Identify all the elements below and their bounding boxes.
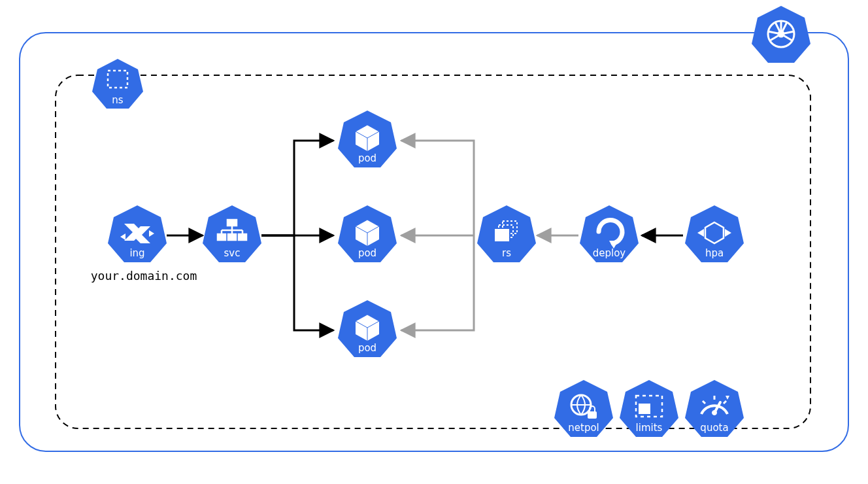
- node-pod-2: pod: [338, 205, 397, 262]
- svg-rect-15: [239, 234, 246, 240]
- kubernetes-logo: [752, 6, 810, 63]
- node-rs: rs: [477, 205, 536, 262]
- pod1-label: pod: [358, 152, 376, 164]
- pod3-label: pod: [358, 342, 376, 354]
- svg-rect-14: [228, 234, 236, 240]
- svg-rect-27: [588, 411, 597, 419]
- svg-rect-12: [227, 220, 237, 226]
- ingress-domain: your.domain.com: [91, 269, 197, 283]
- k8s-architecture-diagram: ns ing your.domain.com svc: [0, 0, 868, 484]
- edge-svc-pod3: [261, 235, 333, 330]
- ns-label: ns: [112, 94, 124, 106]
- node-netpol: netpol: [554, 380, 613, 437]
- node-deploy: deploy: [580, 205, 639, 262]
- svg-rect-29: [639, 404, 650, 414]
- hpa-label: hpa: [705, 247, 724, 259]
- edge-rs-pod3: [401, 235, 474, 330]
- svg-rect-21: [495, 229, 509, 241]
- svc-label: svc: [224, 247, 241, 259]
- node-ns: ns: [92, 59, 143, 109]
- svg-point-34: [712, 411, 717, 415]
- deploy-label: deploy: [593, 247, 626, 259]
- node-ing: ing: [108, 205, 167, 262]
- node-pod-1: pod: [338, 111, 397, 167]
- svg-rect-13: [218, 234, 225, 240]
- limits-label: limits: [636, 422, 663, 434]
- netpol-label: netpol: [568, 422, 599, 434]
- rs-label: rs: [502, 247, 511, 259]
- node-svc: svc: [203, 205, 261, 262]
- ing-label: ing: [129, 247, 144, 259]
- quota-label: quota: [700, 422, 728, 434]
- node-pod-3: pod: [338, 300, 397, 357]
- node-hpa: hpa: [685, 205, 744, 262]
- pod2-label: pod: [358, 247, 376, 259]
- edge-svc-pod1: [261, 141, 333, 235]
- edge-rs-pod1: [401, 141, 474, 235]
